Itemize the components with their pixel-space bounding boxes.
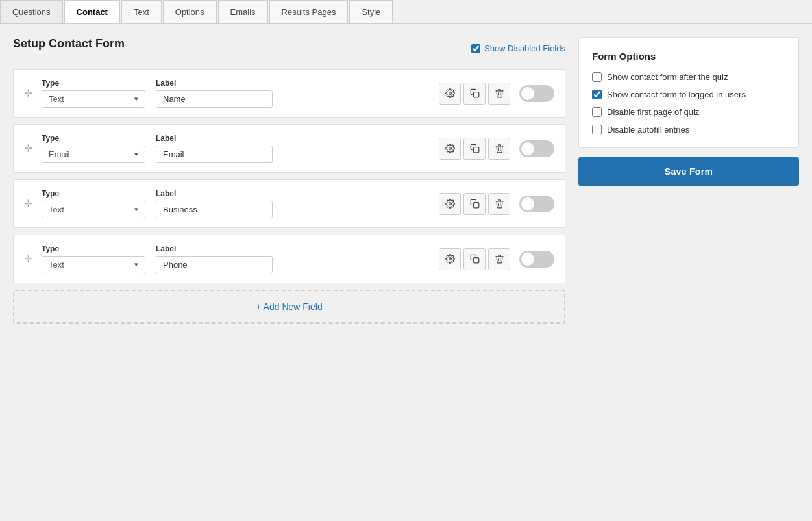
option-row-opt-after-quiz: Show contact form after the quiz (592, 72, 785, 82)
label-label-phone-field: Label (156, 244, 273, 253)
toggle-slider-business-field (519, 196, 554, 212)
chevron-down-icon-phone-field: ▾ (134, 260, 138, 269)
label-input-email-field[interactable] (156, 146, 273, 163)
svg-rect-5 (473, 203, 478, 208)
delete-button-phone-field[interactable] (488, 248, 510, 270)
label-opt-disable-first[interactable]: Disable first page of quiz (607, 107, 699, 117)
show-disabled-checkbox[interactable] (471, 44, 480, 53)
drag-handle-name-field[interactable]: ✛ (24, 87, 32, 99)
show-disabled-row: Show Disabled Fields (471, 44, 565, 53)
svg-point-0 (449, 92, 451, 95)
type-value-email-field: Email (49, 149, 134, 159)
checkbox-opt-disable-autofill[interactable] (592, 125, 602, 134)
toggle-slider-name-field (519, 85, 554, 102)
action-buttons-email-field (439, 138, 510, 160)
drag-handle-email-field[interactable]: ✛ (24, 142, 32, 155)
label-opt-after-quiz[interactable]: Show contact form after the quiz (607, 72, 728, 82)
svg-rect-3 (473, 147, 478, 153)
type-select-business-field[interactable]: Text ▾ (42, 201, 145, 218)
delete-button-email-field[interactable] (488, 138, 510, 160)
settings-button-business-field[interactable] (439, 193, 461, 215)
page-title: Setup Contact Form (13, 37, 125, 51)
right-panel: Form Options Show contact form after the… (578, 37, 799, 186)
tab-emails[interactable]: Emails (218, 0, 268, 23)
label-group-business-field: Label (156, 189, 273, 218)
toggle-slider-email-field (519, 140, 554, 157)
label-input-phone-field[interactable] (156, 256, 273, 273)
save-form-button[interactable]: Save Form (578, 157, 799, 186)
label-input-name-field[interactable] (156, 90, 273, 108)
svg-rect-7 (473, 258, 478, 263)
settings-button-email-field[interactable] (439, 138, 461, 160)
checkbox-opt-after-quiz[interactable] (592, 72, 602, 82)
copy-button-email-field[interactable] (463, 138, 486, 160)
tab-text[interactable]: Text (121, 0, 162, 23)
type-group-email-field: Type Email ▾ (42, 134, 145, 163)
label-opt-disable-autofill[interactable]: Disable autofill entries (607, 125, 689, 134)
checkbox-opt-logged-in[interactable] (592, 90, 602, 99)
tab-questions[interactable]: Questions (0, 0, 63, 23)
toggle-slider-phone-field (519, 251, 554, 268)
show-disabled-label[interactable]: Show Disabled Fields (484, 44, 565, 53)
type-group-business-field: Type Text ▾ (42, 189, 145, 218)
tab-contact[interactable]: Contact (64, 0, 120, 23)
type-select-phone-field[interactable]: Text ▾ (42, 256, 145, 273)
chevron-down-icon-business-field: ▾ (134, 205, 138, 214)
drag-handle-business-field[interactable]: ✛ (24, 197, 32, 210)
action-buttons-business-field (439, 193, 510, 215)
type-value-name-field: Text (49, 94, 134, 104)
delete-button-business-field[interactable] (488, 193, 510, 215)
svg-point-2 (449, 147, 451, 150)
settings-button-name-field[interactable] (439, 83, 461, 105)
checkbox-opt-disable-first[interactable] (592, 107, 602, 117)
type-value-business-field: Text (49, 205, 134, 214)
option-row-opt-disable-first: Disable first page of quiz (592, 107, 785, 117)
type-select-name-field[interactable]: Text ▾ (42, 90, 145, 108)
left-panel: Setup Contact Form Show Disabled Fields … (13, 37, 565, 324)
tab-results-pages[interactable]: Results Pages (269, 0, 349, 23)
label-opt-logged-in[interactable]: Show contact form to logged in users (607, 90, 746, 99)
main-content: Setup Contact Form Show Disabled Fields … (0, 24, 812, 337)
label-input-business-field[interactable] (156, 201, 273, 218)
type-label-email-field: Type (42, 134, 145, 143)
option-row-opt-disable-autofill: Disable autofill entries (592, 125, 785, 134)
toggle-name-field[interactable] (519, 85, 554, 102)
chevron-down-icon-name-field: ▾ (134, 95, 138, 103)
toggle-business-field[interactable] (519, 196, 554, 212)
action-buttons-name-field (439, 83, 510, 105)
label-group-phone-field: Label (156, 244, 273, 273)
svg-rect-1 (473, 92, 478, 97)
form-options-title: Form Options (592, 51, 785, 62)
field-row-email-field: ✛ Type Email ▾ Label (13, 124, 565, 173)
tab-options[interactable]: Options (163, 0, 217, 23)
copy-button-business-field[interactable] (463, 193, 486, 215)
toggle-phone-field[interactable] (519, 251, 554, 268)
form-options-box: Form Options Show contact form after the… (578, 37, 799, 148)
field-inputs-phone-field: Type Text ▾ Label (42, 244, 430, 273)
settings-button-phone-field[interactable] (439, 248, 461, 270)
label-label-name-field: Label (156, 79, 273, 88)
field-row-name-field: ✛ Type Text ▾ Label (13, 69, 565, 118)
field-inputs-business-field: Type Text ▾ Label (42, 189, 430, 218)
type-select-email-field[interactable]: Email ▾ (42, 146, 145, 163)
add-field-button[interactable]: + Add New Field (13, 290, 565, 324)
type-label-business-field: Type (42, 189, 145, 198)
svg-point-4 (449, 203, 451, 205)
delete-button-name-field[interactable] (488, 83, 510, 105)
type-label-name-field: Type (42, 79, 145, 88)
type-group-name-field: Type Text ▾ (42, 79, 145, 108)
type-label-phone-field: Type (42, 244, 145, 253)
field-row-business-field: ✛ Type Text ▾ Label (13, 179, 565, 228)
copy-button-phone-field[interactable] (463, 248, 486, 270)
field-row-phone-field: ✛ Type Text ▾ Label (13, 235, 565, 283)
option-row-opt-logged-in: Show contact form to logged in users (592, 90, 785, 99)
toggle-email-field[interactable] (519, 140, 554, 157)
options-container: Show contact form after the quiz Show co… (592, 72, 785, 134)
drag-handle-phone-field[interactable]: ✛ (24, 253, 32, 265)
action-buttons-phone-field (439, 248, 510, 270)
label-group-name-field: Label (156, 79, 273, 108)
copy-button-name-field[interactable] (463, 83, 486, 105)
label-group-email-field: Label (156, 134, 273, 163)
tab-style[interactable]: Style (349, 0, 393, 23)
tabs-bar: QuestionsContactTextOptionsEmailsResults… (0, 0, 812, 24)
